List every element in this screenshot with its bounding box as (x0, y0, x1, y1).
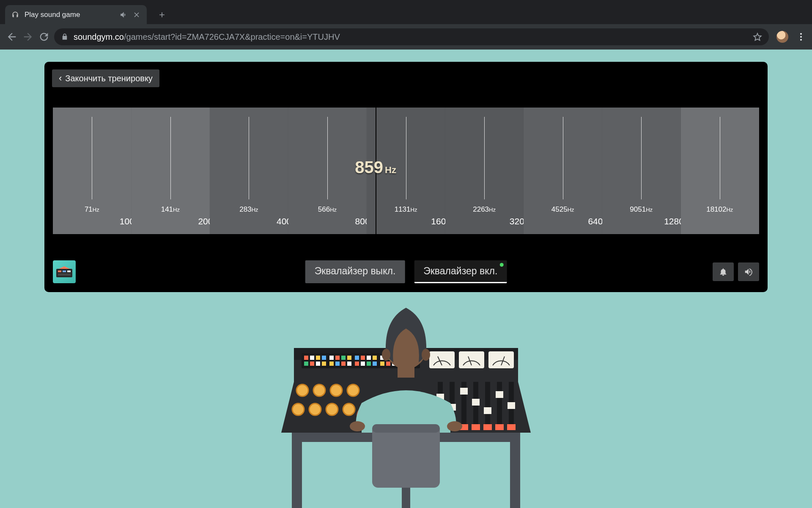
svg-rect-41 (341, 362, 346, 366)
finish-training-button[interactable]: Закончить тренировку (52, 69, 159, 87)
svg-rect-36 (310, 362, 314, 366)
svg-point-58 (343, 403, 355, 415)
eq-sub-label: 71Hz (85, 205, 99, 214)
eq-off-button[interactable]: Эквалайзер выкл. (305, 260, 405, 283)
eq-tick (641, 117, 642, 199)
svg-point-56 (309, 403, 321, 415)
tab-close-icon[interactable] (132, 11, 141, 19)
svg-rect-88 (372, 424, 440, 433)
eq-cell: 18102Hz (681, 108, 760, 234)
volume-button[interactable] (738, 262, 759, 281)
eq-sub-label: 141Hz (161, 205, 180, 214)
eq-sub-label: 4525Hz (551, 205, 574, 214)
svg-rect-7 (58, 273, 71, 276)
eq-cell: 4525Hz 6400Hz (524, 108, 602, 234)
svg-rect-26 (347, 356, 351, 360)
nav-forward-button[interactable] (22, 31, 34, 43)
svg-rect-35 (304, 362, 308, 366)
nav-reload-button[interactable] (38, 31, 50, 43)
svg-rect-80 (507, 424, 516, 430)
browser-toolbar: soundgym.co/games/start?id=ZMA726CJA7X&p… (0, 24, 812, 50)
eq-tick (170, 117, 171, 199)
svg-rect-43 (355, 362, 359, 366)
eq-tick (92, 117, 92, 199)
panel-footer: Эквалайзер выкл. Эквалайзер вкл. (53, 260, 759, 284)
browser-menu-icon[interactable] (796, 32, 806, 42)
svg-point-54 (347, 384, 359, 396)
svg-rect-39 (329, 362, 334, 366)
eq-off-label: Эквалайзер выкл. (315, 265, 396, 276)
svg-rect-9 (510, 433, 520, 508)
eq-tick (406, 117, 406, 199)
svg-point-52 (313, 384, 325, 396)
svg-rect-24 (335, 356, 340, 360)
svg-rect-28 (361, 356, 365, 360)
svg-rect-20 (310, 356, 314, 360)
eq-spectrum[interactable]: 71Hz 100Hz 141Hz 200Hz 283Hz 400Hz 566Hz… (53, 108, 759, 234)
url-text: soundgym.co/games/start?id=ZMA726CJA7X&p… (74, 32, 748, 42)
svg-point-1 (800, 36, 802, 38)
eq-tick (327, 117, 328, 199)
svg-point-86 (422, 349, 430, 361)
eq-toggle-group: Эквалайзер выкл. Эквалайзер вкл. (305, 260, 507, 283)
svg-rect-27 (355, 356, 359, 360)
eq-tick (563, 117, 563, 199)
svg-rect-76 (496, 391, 503, 398)
svg-rect-4 (58, 271, 61, 272)
speaker-icon (744, 267, 753, 276)
eq-sub-label: 18102Hz (706, 205, 733, 214)
svg-rect-67 (460, 388, 468, 395)
svg-rect-29 (367, 356, 371, 360)
svg-rect-6 (67, 271, 71, 272)
eq-sub-label: 283Hz (239, 205, 258, 214)
game-thumbnail[interactable] (53, 260, 76, 283)
svg-rect-48 (386, 362, 390, 366)
svg-rect-77 (495, 424, 504, 430)
svg-rect-40 (335, 362, 340, 366)
nav-back-button[interactable] (6, 31, 18, 43)
eq-sub-label: 566Hz (318, 205, 337, 214)
address-bar[interactable]: soundgym.co/games/start?id=ZMA726CJA7X&p… (54, 28, 769, 45)
svg-rect-72 (485, 382, 490, 428)
svg-point-55 (292, 403, 304, 415)
bookmark-star-icon[interactable] (753, 32, 762, 41)
svg-rect-74 (483, 424, 492, 430)
eq-sub-label: 1131Hz (395, 205, 417, 214)
eq-on-button[interactable]: Эквалайзер вкл. (414, 260, 507, 283)
svg-point-85 (382, 349, 390, 361)
eq-cell: 2263Hz 3200Hz (445, 108, 524, 234)
svg-rect-13 (459, 351, 484, 368)
svg-rect-5 (63, 271, 66, 272)
lock-icon (61, 33, 69, 41)
svg-rect-22 (322, 356, 326, 360)
bell-icon (719, 267, 728, 276)
svg-rect-89 (402, 488, 410, 508)
eq-cell: 9051Hz 12800Hz (602, 108, 681, 234)
mixer-icon (56, 266, 72, 277)
svg-rect-75 (497, 382, 502, 428)
svg-rect-23 (329, 356, 334, 360)
profile-avatar[interactable] (776, 31, 788, 43)
tab-title: Play sound game (25, 11, 114, 19)
eq-sub-label: 9051Hz (630, 205, 653, 214)
browser-tabstrip: Play sound game (0, 0, 812, 24)
svg-point-57 (326, 403, 338, 415)
svg-rect-3 (56, 269, 72, 277)
svg-rect-37 (316, 362, 320, 366)
sound-engineer-illustration (269, 293, 543, 508)
svg-rect-38 (322, 362, 326, 366)
eq-sub-label: 2263Hz (473, 205, 496, 214)
tab-audio-icon[interactable] (119, 11, 127, 19)
eq-tick (720, 117, 720, 199)
svg-rect-47 (380, 362, 384, 366)
svg-rect-12 (429, 351, 455, 368)
svg-point-2 (800, 39, 802, 41)
game-panel: Закончить тренировку 71Hz 100Hz 141Hz 20… (44, 62, 768, 292)
browser-tab[interactable]: Play sound game (5, 5, 147, 24)
eq-cell: 283Hz 400Hz (210, 108, 288, 234)
notifications-button[interactable] (713, 262, 734, 281)
new-tab-button[interactable] (154, 7, 170, 22)
svg-rect-8 (292, 433, 302, 508)
finish-training-label: Закончить тренировку (65, 74, 153, 83)
svg-rect-45 (367, 362, 371, 366)
